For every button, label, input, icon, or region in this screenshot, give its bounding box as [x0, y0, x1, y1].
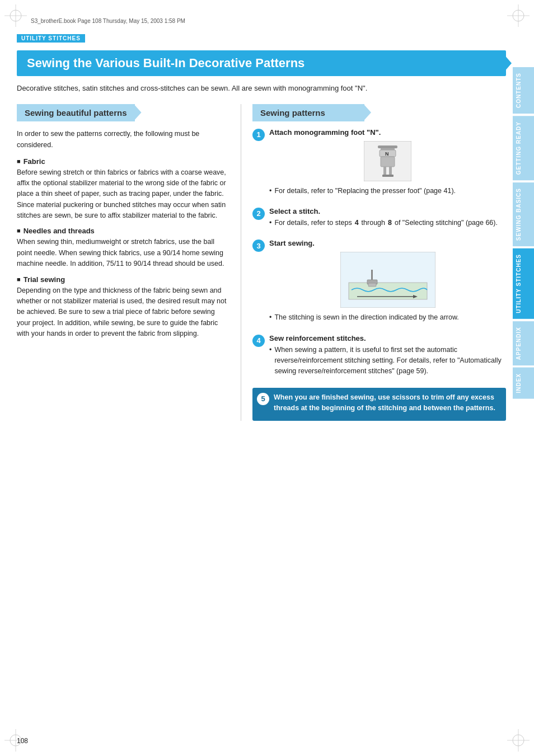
step-4: 4 Sew reinforcement stitches. When sewin… — [252, 334, 506, 379]
sidebar-tabs: CONTENTS GETTING READY SEWING BASICS UTI… — [513, 67, 534, 399]
step-1-content: Attach monogramming foot "N". N — [269, 128, 506, 198]
svg-point-3 — [513, 10, 524, 21]
step-2-content: Select a stitch. For details, refer to s… — [269, 207, 506, 230]
step-5: 5 When you are finished sewing, use scis… — [252, 388, 506, 421]
corner-mark-br — [507, 729, 530, 752]
step-1: 1 Attach monogramming foot "N". N — [252, 128, 506, 198]
step-4-num: 4 — [252, 335, 265, 347]
svg-rect-18 — [383, 167, 386, 176]
step-2-title: Select a stitch. — [269, 207, 506, 215]
step-5-num: 5 — [257, 393, 269, 405]
svg-rect-14 — [381, 148, 395, 150]
step-4-title: Sew reinforcement stitches. — [269, 334, 506, 342]
trial-title: Trial sewing — [17, 275, 229, 284]
step-4-bullet: When sewing a pattern, it is useful to f… — [269, 345, 506, 377]
section-label: UTILITY STITCHES — [17, 34, 85, 43]
corner-mark-tl — [4, 4, 27, 27]
right-section-title: Sewing patterns — [252, 104, 364, 121]
main-title: Sewing the Various Built-In Decorative P… — [17, 50, 506, 76]
tab-index[interactable]: INDEX — [513, 368, 534, 399]
step-5-content: When you are finished sewing, use scisso… — [274, 392, 500, 416]
corner-mark-tr — [507, 4, 530, 27]
step-1-title: Attach monogramming foot "N". — [269, 128, 506, 137]
sewing-illustration — [340, 252, 435, 308]
svg-rect-19 — [389, 167, 392, 176]
left-column: Sewing beautiful patterns In order to se… — [17, 104, 229, 421]
step-3-title: Start sewing. — [269, 239, 506, 247]
svg-point-0 — [10, 10, 21, 21]
needles-title: Needles and threads — [17, 227, 229, 235]
svg-point-9 — [513, 735, 524, 746]
svg-rect-20 — [382, 175, 394, 177]
step-4-content: Sew reinforcement stitches. When sewing … — [269, 334, 506, 379]
step-5-text: When you are finished sewing, use scisso… — [274, 392, 500, 414]
main-content: UTILITY STITCHES Sewing the Various Buil… — [17, 34, 506, 734]
step-2-bullet: For details, refer to steps 4 through 8 … — [269, 218, 506, 228]
step-3-num: 3 — [252, 240, 265, 252]
foot-illustration: N — [364, 141, 411, 181]
tab-contents[interactable]: CONTENTS — [513, 67, 534, 114]
intro-text: Decorative stitches, satin stitches and … — [17, 83, 506, 94]
tab-utility-stitches[interactable]: UTILITY STITCHES — [513, 248, 534, 319]
page-number: 108 — [17, 737, 28, 745]
needles-section: Needles and threads When sewing thin, me… — [17, 227, 229, 269]
svg-text:N: N — [385, 151, 389, 157]
needles-body: When sewing thin, mediumweight or stretc… — [17, 237, 229, 269]
fabric-section: Fabric Before sewing stretch or thin fab… — [17, 157, 229, 222]
fabric-title: Fabric — [17, 157, 229, 166]
right-column: Sewing patterns 1 Attach monogramming fo… — [252, 104, 506, 421]
step-1-num: 1 — [252, 129, 265, 141]
tab-sewing-basics[interactable]: SEWING BASICS — [513, 182, 534, 246]
svg-rect-13 — [378, 145, 397, 148]
step-3: 3 Start sewing. — [252, 239, 506, 325]
two-column-layout: Sewing beautiful patterns In order to se… — [17, 104, 506, 421]
svg-rect-25 — [368, 283, 376, 287]
tab-appendix[interactable]: APPENDIX — [513, 321, 534, 365]
tab-getting-ready[interactable]: GETTING READY — [513, 116, 534, 180]
svg-rect-17 — [381, 157, 395, 167]
step-1-bullet: For details, refer to "Replacing the pre… — [269, 186, 506, 196]
trial-section: Trial sewing Depending on the type and t… — [17, 275, 229, 340]
file-metadata: S3_brotherE.book Page 108 Thursday, May … — [31, 18, 185, 24]
foot-illustration-container: N — [269, 141, 506, 181]
trial-body: Depending on the type and thickness of t… — [17, 285, 229, 340]
column-divider — [241, 104, 241, 421]
left-section-title: Sewing beautiful patterns — [17, 104, 135, 121]
step-3-bullet: The stitching is sewn in the direction i… — [269, 312, 506, 323]
sewing-illustration-container — [269, 252, 506, 308]
step-3-content: Start sewing. — [269, 239, 506, 325]
step-2-num: 2 — [252, 208, 265, 220]
fabric-body: Before sewing stretch or thin fabrics or… — [17, 167, 229, 222]
left-intro: In order to sew the patterns correctly, … — [17, 128, 229, 151]
step-2: 2 Select a stitch. For details, refer to… — [252, 207, 506, 230]
